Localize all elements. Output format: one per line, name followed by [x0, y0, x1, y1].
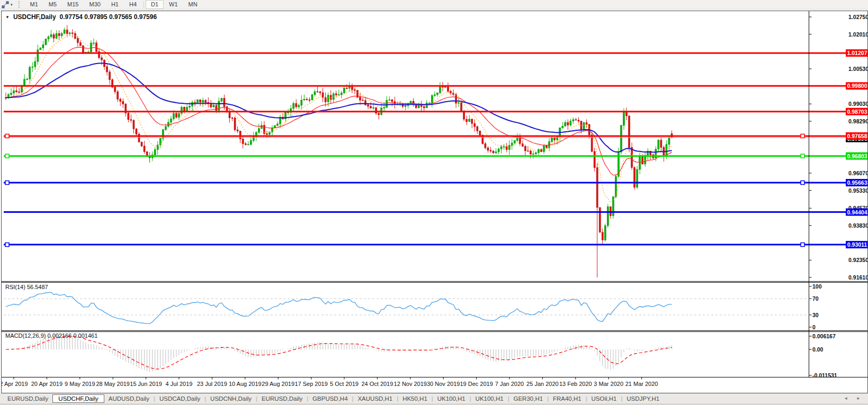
tab-usoil-h1[interactable]: USOil,H1	[587, 394, 621, 403]
chart-ohlc-values: 0.97754 0.97895 0.97565 0.97596	[60, 13, 157, 21]
tab-usdchf-daily[interactable]: USDCHF,Daily	[52, 394, 104, 403]
timeframe-toolbar: M1M5M15M30H1H4D1W1MN	[25, 0, 203, 9]
price-tick-label: 0.91610	[848, 274, 867, 281]
timeframe-button-m15[interactable]: M15	[62, 0, 84, 9]
line-handle[interactable]	[5, 134, 9, 138]
svg-text:0.95663: 0.95663	[847, 179, 867, 186]
date-tick-label: 4 Jul 2019	[166, 381, 193, 387]
toolbar-grip	[19, 1, 22, 8]
svg-text:0.93011: 0.93011	[847, 241, 867, 248]
price-tick-label: 0.98290	[848, 118, 867, 124]
date-tick-label: 12 Nov 2019	[394, 381, 427, 387]
line-handle[interactable]	[801, 243, 804, 247]
rsi-tick-label: 70	[812, 295, 819, 302]
rsi-indicator-label: RSI(14) 56.5487	[5, 284, 48, 290]
macd-tick-label: 0.006167	[812, 333, 836, 339]
rsi-tick-label: 0	[812, 324, 816, 330]
date-tick-label: 2 Apr 2019	[2, 381, 28, 387]
chart-canvas[interactable]: 1.027501.020101.005300.990300.982900.960…	[2, 11, 867, 393]
tab-eurusd-daily[interactable]: EURUSD,Daily	[257, 394, 307, 403]
price-tick-label: 1.02750	[848, 14, 867, 20]
price-tick-label: 0.93830	[848, 222, 867, 229]
price-tick-label: 0.96070	[848, 170, 867, 176]
tab-uk100-h1[interactable]: UK100,H1	[471, 394, 508, 403]
date-tick-label: 21 Mar 2020	[625, 381, 658, 387]
tab-eurusd-daily[interactable]: EURUSD,Daily	[3, 394, 52, 403]
tab-usdjpy-h1[interactable]: USDJPY,H1	[622, 394, 664, 403]
svg-text:0.98703: 0.98703	[847, 109, 867, 115]
timeframe-button-h4[interactable]: H4	[124, 0, 142, 9]
rsi-line	[6, 292, 672, 323]
tab-usdcad-daily[interactable]: USDCAD,Daily	[155, 394, 204, 403]
svg-text:0.94404: 0.94404	[847, 209, 867, 215]
chart-tabs: EURUSD,DailyUSDCHF,DailyAUDUSD,Daily|USD…	[0, 393, 844, 403]
date-tick-label: 3 Mar 2020	[594, 381, 623, 387]
price-tick-label: 0.92350	[848, 257, 867, 263]
date-tick-label: 5 Oct 2019	[330, 381, 359, 387]
tab-fra40-h1[interactable]: FRA40,H1	[549, 394, 586, 403]
tab-audusd-daily[interactable]: AUDUSD,Daily	[104, 394, 154, 403]
svg-text:0.99800: 0.99800	[847, 83, 867, 89]
panel-frames	[2, 11, 867, 377]
timeframe-button-m30[interactable]: M30	[84, 0, 105, 9]
macd-tick-label: -0.011531	[812, 372, 837, 379]
ma-8-line	[6, 35, 672, 202]
rsi-tick-label: 30	[812, 312, 819, 318]
chart-symbol-label: USDCHF,Daily	[13, 13, 56, 21]
tab-usdcnh-daily[interactable]: USDCNH,Daily	[206, 394, 256, 403]
timeframe-button-m5[interactable]: M5	[43, 0, 62, 9]
macd-tick-label: 0.00	[812, 346, 824, 353]
chart-dropdown-icon[interactable]: ▼	[5, 15, 10, 20]
line-handle[interactable]	[5, 154, 9, 158]
ma-55-line	[6, 63, 672, 152]
tab-ger30-h1[interactable]: GER30,H1	[509, 394, 548, 403]
date-tick-label: 20 Apr 2019	[31, 381, 62, 387]
macd-indicator-label: MACD(12,26,9) 0.002166 0.001461	[5, 332, 97, 339]
date-tick-label: 13 Feb 2020	[559, 381, 592, 387]
tabs-scroll-left-icon[interactable]: ◄	[844, 396, 848, 401]
chart-title: ▼ USDCHF,Daily 0.97754 0.97895 0.97565 0…	[5, 13, 157, 21]
tab-xauusd-h1[interactable]: XAUUSD,H1	[353, 394, 397, 403]
date-tick-label: 9 May 2019	[65, 381, 95, 387]
timeframe-button-mn[interactable]: MN	[183, 0, 203, 9]
date-tick-label: 25 Jan 2020	[526, 381, 559, 387]
timeframe-button-w1[interactable]: W1	[164, 0, 183, 9]
chart-tab-bar: EURUSD,DailyUSDCHF,DailyAUDUSD,Daily|USD…	[0, 393, 868, 404]
chevron-down-icon: ▾	[11, 1, 13, 8]
tab-uk100-h1[interactable]: UK100,H1	[433, 394, 470, 403]
date-tick-label: 23 Jul 2019	[197, 381, 227, 387]
date-tick-label: 24 Oct 2019	[361, 381, 393, 387]
rsi-tick-label: 100	[812, 283, 822, 290]
tab-hk50-h1[interactable]: HK50,H1	[398, 394, 432, 403]
date-tick-label: 10 Aug 2019	[229, 381, 262, 387]
moving-averages	[6, 35, 672, 202]
line-handle[interactable]	[801, 181, 804, 184]
timeframe-button-m1[interactable]: M1	[25, 0, 43, 9]
date-tick-label: 30 Nov 2019	[427, 381, 460, 387]
price-tick-label: 1.02010	[848, 31, 867, 38]
tabs-scroll-right-icon[interactable]: ►	[856, 396, 861, 401]
line-studies-glyph	[1, 1, 10, 8]
svg-text:1.01207: 1.01207	[847, 50, 867, 56]
timeframe-button-h1[interactable]: H1	[106, 0, 124, 9]
macd-signal-line	[6, 336, 672, 369]
rsi-panel: 10070300	[4, 283, 822, 330]
date-tick-label: 17 Sep 2019	[294, 381, 327, 387]
tab-gbpusd-h4[interactable]: GBPUSD,H4	[308, 394, 352, 403]
date-axis: 2 Apr 201920 Apr 20199 May 201928 May 20…	[2, 377, 658, 387]
line-handle[interactable]	[801, 134, 804, 138]
line-handle[interactable]	[5, 243, 9, 247]
date-tick-label: 29 Aug 2019	[262, 381, 294, 387]
chart-window: 1.027501.020101.005300.990300.982900.960…	[1, 11, 868, 393]
price-tick-label: 0.95330	[848, 187, 867, 194]
line-handle[interactable]	[5, 181, 9, 184]
date-tick-label: 7 Jan 2020	[495, 381, 524, 387]
macd-panel: 0.0061670.00-0.011531	[6, 333, 837, 379]
line-handle[interactable]	[801, 154, 804, 158]
tab-scroll-arrows: ◄ ►	[844, 396, 868, 401]
svg-text:0.96803: 0.96803	[847, 153, 867, 159]
timeframe-button-d1[interactable]: D1	[146, 0, 164, 9]
line-studies-icon[interactable]: ▾	[0, 1, 16, 8]
date-tick-label: 15 Jun 2019	[130, 381, 162, 387]
date-tick-label: 28 May 2019	[96, 381, 130, 387]
